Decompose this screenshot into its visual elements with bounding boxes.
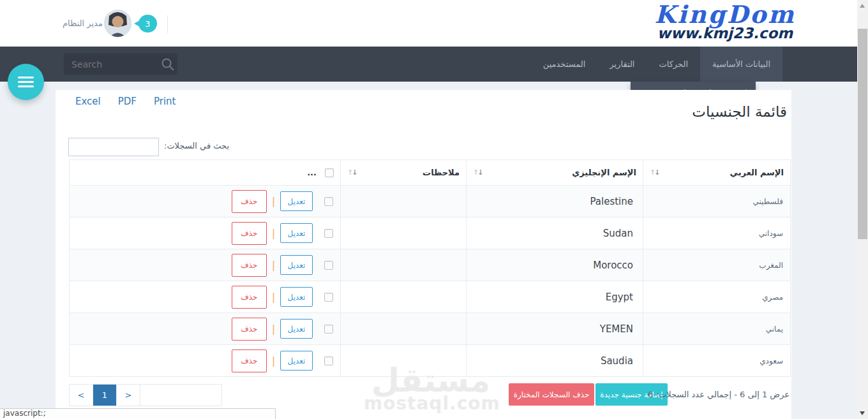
action-separator: | (272, 291, 275, 303)
delete-button[interactable]: حذف (232, 286, 267, 309)
content-card: Excel PDF Print قائمة الجنسيات بحث في ال… (56, 90, 791, 419)
column-header-arabic-name[interactable]: الإسم العربي ↓↑ (643, 160, 791, 186)
actions-column-label: ... (307, 168, 317, 177)
action-separator: | (272, 260, 275, 271)
action-separator: | (272, 355, 275, 367)
pagination-page-1[interactable]: 1 (93, 385, 117, 406)
notes-cell (341, 186, 467, 217)
table-row: مصري Egypt تعديل | حذف (70, 281, 791, 313)
search-icon[interactable] (160, 56, 176, 73)
table-row: يماني YEMEN تعديل | حذف (70, 313, 791, 345)
actions-cell: تعديل | حذف (70, 249, 341, 281)
menu-toggle-button[interactable] (8, 64, 44, 100)
avatar-photo (104, 10, 131, 37)
column-header-english-name[interactable]: الإسم الإنجليزي ↓↑ (467, 160, 643, 186)
action-separator: | (272, 196, 275, 207)
table-row: فلسطيني Palestine تعديل | حذف (70, 186, 791, 217)
table-row: سوداني Sudan تعديل | حذف (70, 217, 791, 249)
sort-icon: ↓↑ (347, 168, 356, 177)
english-name-cell: Sudan (467, 217, 643, 249)
actions-cell: تعديل | حذف (70, 313, 341, 345)
edit-button[interactable]: تعديل (280, 351, 313, 371)
badge-tail-icon (134, 20, 140, 27)
delete-button[interactable]: حذف (232, 318, 267, 341)
delete-button[interactable]: حذف (232, 190, 267, 213)
row-checkbox[interactable] (324, 229, 333, 238)
english-name-cell: Saudia (467, 345, 643, 377)
export-excel-button[interactable]: Excel (75, 96, 101, 107)
row-checkbox[interactable] (324, 293, 333, 302)
nav-menu: البيانات الأساسية الحركات التقارير المست… (531, 47, 782, 82)
delete-selected-button[interactable]: حذف السجلات المختارة (509, 383, 594, 406)
notes-cell (341, 281, 467, 313)
row-checkbox[interactable] (324, 261, 333, 270)
delete-button[interactable]: حذف (232, 254, 267, 277)
actions-cell: تعديل | حذف (70, 345, 341, 377)
table-row: المغرب Morocco تعديل | حذف (70, 249, 791, 281)
nav-item-basic-data[interactable]: البيانات الأساسية (700, 47, 782, 82)
table-header-row: الإسم العربي ↓↑ الإسم الإنجليزي ↓↑ ملاحظ… (70, 160, 791, 186)
actions-cell: تعديل | حذف (70, 281, 341, 313)
records-search-input[interactable] (68, 138, 159, 156)
nav-item-users[interactable]: المستخدمين (531, 47, 598, 82)
navbar-search (64, 54, 177, 75)
edit-button[interactable]: تعديل (280, 319, 313, 339)
scrollbar-up-icon[interactable] (860, 4, 865, 8)
scrollbar-thumb[interactable] (858, 29, 867, 239)
delete-button[interactable]: حذف (232, 222, 267, 245)
row-checkbox[interactable] (324, 197, 333, 206)
export-pdf-button[interactable]: PDF (118, 96, 137, 107)
edit-button[interactable]: تعديل (280, 287, 313, 307)
avatar[interactable] (104, 10, 131, 37)
notes-cell (341, 217, 467, 249)
arabic-name-cell: سوداني (643, 217, 791, 249)
nav-item-movements[interactable]: الحركات (647, 47, 700, 82)
column-header-actions: ... (70, 160, 341, 186)
user-name[interactable]: مدير النظام (63, 18, 103, 28)
edit-button[interactable]: تعديل (280, 255, 313, 275)
logo-title: KingDom (625, 1, 825, 28)
action-separator: | (272, 323, 275, 335)
pagination-prev-button[interactable]: < (70, 385, 93, 406)
header-divider (167, 15, 168, 33)
edit-button[interactable]: تعديل (280, 223, 313, 243)
page-title: قائمة الجنسيات (692, 103, 787, 120)
notes-cell (341, 313, 467, 345)
column-header-notes[interactable]: ملاحظات ↓↑ (341, 160, 467, 186)
english-name-cell: Palestine (467, 186, 643, 217)
english-name-cell: Morocco (467, 249, 643, 281)
sort-icon: ↓↑ (650, 168, 659, 177)
arabic-name-cell: سعودي (643, 345, 791, 377)
edit-button[interactable]: تعديل (280, 191, 313, 211)
row-checkbox[interactable] (324, 357, 333, 365)
pagination-next-button[interactable]: > (117, 385, 140, 406)
notes-cell (341, 249, 467, 281)
records-summary: عرض 1 إلى 6 - إجمالي عدد السجلات: 6 (648, 383, 789, 406)
records-search-label: بحث في السجلات: (164, 141, 229, 151)
table-row: سعودي Saudia تعديل | حذف (70, 345, 791, 377)
action-separator: | (272, 228, 275, 239)
arabic-name-cell: المغرب (643, 249, 791, 281)
notes-cell (341, 345, 467, 377)
sort-icon: ↓↑ (473, 168, 482, 177)
notification-count: 3 (145, 19, 150, 29)
row-checkbox[interactable] (324, 325, 333, 334)
scrollbar-down-icon[interactable] (860, 411, 865, 415)
select-all-checkbox[interactable] (325, 168, 334, 177)
hamburger-icon (8, 77, 44, 87)
top-header: مدير النظام 3 KingDom www.kmj23.com (0, 0, 857, 47)
actions-cell: تعديل | حذف (70, 217, 341, 249)
navbar-search-input[interactable] (64, 59, 160, 70)
export-print-button[interactable]: Print (154, 96, 176, 107)
english-name-cell: YEMEN (467, 313, 643, 345)
actions-cell: تعديل | حذف (70, 186, 341, 217)
navbar: البيانات الأساسية الحركات التقارير المست… (0, 47, 857, 82)
nationalities-table: الإسم العربي ↓↑ الإسم الإنجليزي ↓↑ ملاحظ… (69, 159, 791, 377)
delete-button[interactable]: حذف (232, 349, 267, 372)
arabic-name-cell: مصري (643, 281, 791, 313)
arabic-name-cell: فلسطيني (643, 186, 791, 217)
vertical-scrollbar[interactable] (857, 0, 868, 419)
notification-badge[interactable]: 3 (138, 15, 157, 33)
english-name-cell: Egypt (467, 281, 643, 313)
nav-item-reports[interactable]: التقارير (597, 47, 647, 82)
